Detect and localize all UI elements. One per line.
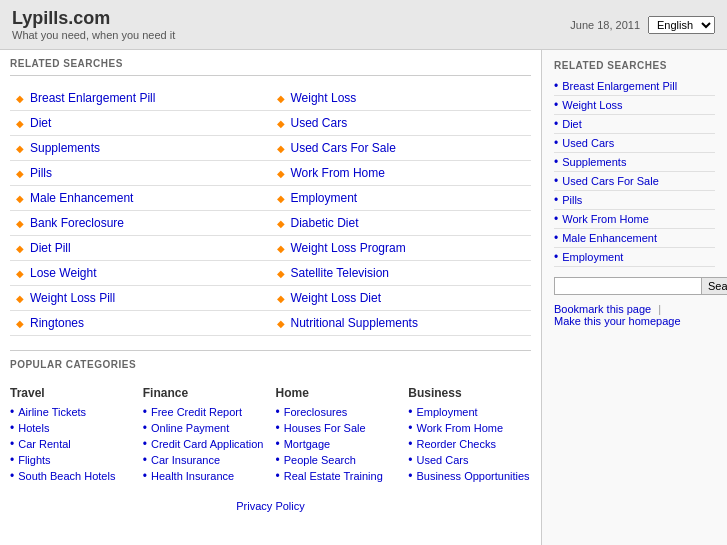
rs-link[interactable]: Diet Pill (30, 241, 71, 255)
sidebar-search-input[interactable] (554, 277, 702, 295)
rs-arrow-icon: ◆ (277, 168, 285, 179)
rs-item: ◆Ringtones (10, 311, 271, 336)
rs-link[interactable]: Lose Weight (30, 266, 97, 280)
header-right: June 18, 2011 English (570, 16, 715, 34)
sidebar-rs-link[interactable]: Work From Home (562, 213, 649, 225)
site-title: Lypills.com (12, 8, 175, 29)
rs-link[interactable]: Diabetic Diet (291, 216, 359, 230)
list-item: Employment (554, 248, 715, 267)
cat-link[interactable]: Free Credit Report (151, 406, 242, 418)
list-item: Male Enhancement (554, 229, 715, 248)
rs-link[interactable]: Employment (291, 191, 358, 205)
sidebar-search-button[interactable]: Search (702, 277, 727, 295)
cat-link[interactable]: Business Opportunities (416, 470, 529, 482)
list-item: Foreclosures (276, 404, 399, 420)
sidebar-rs-link[interactable]: Male Enhancement (562, 232, 657, 244)
rs-item: ◆Weight Loss Program (271, 236, 532, 261)
rs-link[interactable]: Diet (30, 116, 51, 130)
cat-link[interactable]: Credit Card Application (151, 438, 264, 450)
list-item: Mortgage (276, 436, 399, 452)
list-item: Reorder Checks (408, 436, 531, 452)
rs-arrow-icon: ◆ (277, 318, 285, 329)
rs-arrow-icon: ◆ (16, 243, 24, 254)
rs-link[interactable]: Weight Loss Pill (30, 291, 115, 305)
list-item: Pills (554, 191, 715, 210)
rs-col2: ◆Weight Loss◆Used Cars◆Used Cars For Sal… (271, 86, 532, 336)
cat-link[interactable]: Foreclosures (284, 406, 348, 418)
rs-link[interactable]: Weight Loss Program (291, 241, 406, 255)
rs-link[interactable]: Nutritional Supplements (291, 316, 418, 330)
rs-item: ◆Male Enhancement (10, 186, 271, 211)
cat-link[interactable]: Used Cars (416, 454, 468, 466)
language-select[interactable]: English (648, 16, 715, 34)
sidebar-rs-link[interactable]: Weight Loss (562, 99, 622, 111)
rs-item: ◆Weight Loss (271, 86, 532, 111)
rs-link[interactable]: Work From Home (291, 166, 385, 180)
rs-item: ◆Supplements (10, 136, 271, 161)
list-item: Used Cars (554, 134, 715, 153)
rs-arrow-icon: ◆ (277, 193, 285, 204)
cat-title: Travel (10, 386, 133, 400)
rs-item: ◆Work From Home (271, 161, 532, 186)
sidebar-rs-link[interactable]: Used Cars For Sale (562, 175, 659, 187)
list-item: Used Cars For Sale (554, 172, 715, 191)
sidebar-rs-link[interactable]: Diet (562, 118, 582, 130)
rs-link[interactable]: Used Cars (291, 116, 348, 130)
sidebar-rs-link[interactable]: Employment (562, 251, 623, 263)
list-item: Houses For Sale (276, 420, 399, 436)
rs-link[interactable]: Bank Foreclosure (30, 216, 124, 230)
cat-link[interactable]: Houses For Sale (284, 422, 366, 434)
rs-arrow-icon: ◆ (16, 168, 24, 179)
rs-col1: ◆Breast Enlargement Pill◆Diet◆Supplement… (10, 86, 271, 336)
cat-link[interactable]: Car Insurance (151, 454, 220, 466)
rs-item: ◆Bank Foreclosure (10, 211, 271, 236)
rs-item: ◆Pills (10, 161, 271, 186)
list-item: Health Insurance (143, 468, 266, 484)
cat-link[interactable]: Online Payment (151, 422, 229, 434)
cat-link[interactable]: Reorder Checks (416, 438, 495, 450)
list-item: Work From Home (554, 210, 715, 229)
cat-link[interactable]: Mortgage (284, 438, 330, 450)
rs-link[interactable]: Used Cars For Sale (291, 141, 396, 155)
privacy-policy-link[interactable]: Privacy Policy (236, 500, 304, 512)
sidebar-rs-link[interactable]: Breast Enlargement Pill (562, 80, 677, 92)
rs-link[interactable]: Male Enhancement (30, 191, 133, 205)
rs-link[interactable]: Supplements (30, 141, 100, 155)
cat-link[interactable]: Car Rental (18, 438, 71, 450)
rs-link[interactable]: Weight Loss Diet (291, 291, 382, 305)
list-item: Online Payment (143, 420, 266, 436)
cat-link[interactable]: Airline Tickets (18, 406, 86, 418)
rs-columns: ◆Breast Enlargement Pill◆Diet◆Supplement… (10, 86, 531, 336)
rs-link[interactable]: Weight Loss (291, 91, 357, 105)
rs-arrow-icon: ◆ (277, 268, 285, 279)
header-left: Lypills.com What you need, when you need… (12, 8, 175, 41)
cat-link[interactable]: Health Insurance (151, 470, 234, 482)
header: Lypills.com What you need, when you need… (0, 0, 727, 50)
rs-link[interactable]: Pills (30, 166, 52, 180)
cat-link[interactable]: Work From Home (416, 422, 503, 434)
cat-title: Home (276, 386, 399, 400)
cat-link[interactable]: People Search (284, 454, 356, 466)
sidebar-rs-link[interactable]: Used Cars (562, 137, 614, 149)
rs-arrow-icon: ◆ (16, 218, 24, 229)
rs-arrow-icon: ◆ (277, 118, 285, 129)
sidebar-rs-link[interactable]: Supplements (562, 156, 626, 168)
cat-link[interactable]: Real Estate Training (284, 470, 383, 482)
rs-item: ◆Weight Loss Pill (10, 286, 271, 311)
cat-link[interactable]: Hotels (18, 422, 49, 434)
cat-link[interactable]: Employment (416, 406, 477, 418)
rs-arrow-icon: ◆ (16, 268, 24, 279)
sidebar-rs-link[interactable]: Pills (562, 194, 582, 206)
rs-link[interactable]: Satellite Television (291, 266, 390, 280)
cat-col: HomeForeclosuresHouses For SaleMortgageP… (276, 386, 399, 484)
bookmark-link[interactable]: Bookmark this page (554, 303, 651, 315)
homepage-link[interactable]: Make this your homepage (554, 315, 681, 327)
popular-cats-label: POPULAR CATEGORIES (10, 359, 531, 370)
rs-link[interactable]: Ringtones (30, 316, 84, 330)
rs-item: ◆Used Cars (271, 111, 532, 136)
privacy-section: Privacy Policy (10, 490, 531, 522)
cat-link[interactable]: South Beach Hotels (18, 470, 115, 482)
rs-link[interactable]: Breast Enlargement Pill (30, 91, 155, 105)
cat-link[interactable]: Flights (18, 454, 50, 466)
list-item: Airline Tickets (10, 404, 133, 420)
